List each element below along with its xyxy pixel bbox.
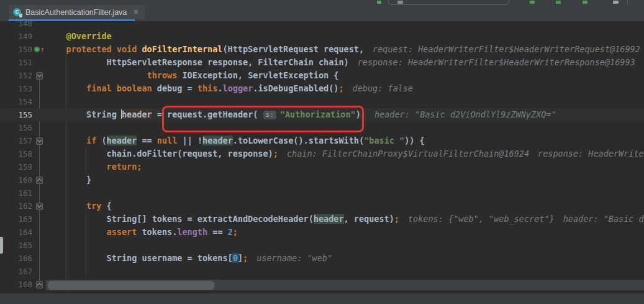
debug-inline-value: response: HeaderWriterFilter$HeaderWrite… xyxy=(358,57,635,67)
line-number[interactable]: 159 xyxy=(0,160,32,173)
debug-icon[interactable] xyxy=(397,1,403,4)
toolbar-separator xyxy=(627,0,628,5)
code-line: 160 } xyxy=(0,173,644,187)
gutter[interactable]: 156 xyxy=(0,121,46,134)
line-number[interactable]: 166 xyxy=(0,252,32,265)
code-text: final boolean debug = this.logger.isDebu… xyxy=(46,82,413,95)
code-line: 163 String[] tokens = extractAndDecodeHe… xyxy=(0,213,644,226)
gutter[interactable]: 152 xyxy=(0,69,46,82)
code-text: @Override xyxy=(46,30,112,43)
line-number[interactable]: 149 xyxy=(0,30,32,43)
run-icon[interactable] xyxy=(583,1,587,4)
build-icon[interactable] xyxy=(377,1,381,4)
code-text: assert tokens.length == 2; xyxy=(46,226,238,239)
code-text: String[] tokens = extractAndDecodeHeader… xyxy=(46,213,644,226)
readonly-lock-icon xyxy=(19,14,22,17)
code-line: 158 chain.doFilter(request, response);ch… xyxy=(0,147,644,160)
horizontal-scrollbar-thumb[interactable] xyxy=(47,280,215,290)
gutter[interactable]: 166 xyxy=(0,252,46,265)
code-line: 165 xyxy=(0,239,644,252)
line-number[interactable]: 155 xyxy=(0,108,32,121)
close-icon[interactable]: ✕ xyxy=(133,9,138,16)
line-number[interactable]: 152 xyxy=(0,69,32,82)
fold-marker[interactable] xyxy=(36,177,43,184)
gutter[interactable]: 158 xyxy=(0,147,46,160)
run-configuration-combo[interactable] xyxy=(388,0,509,5)
gutter[interactable]: 159 xyxy=(0,160,46,173)
line-number[interactable]: 168 xyxy=(0,278,32,291)
line-number[interactable]: 160 xyxy=(0,173,32,187)
gutter[interactable]: 167 xyxy=(0,265,46,278)
fold-marker[interactable] xyxy=(36,72,43,80)
debug-inline-value: request: HeaderWriterFilter$HeaderWriter… xyxy=(373,44,640,54)
code-line: 152 throws IOException, ServletException… xyxy=(0,69,644,82)
code-line: 159 return; xyxy=(0,160,644,173)
code-line: 167 xyxy=(0,265,644,278)
gutter[interactable]: 153 xyxy=(0,82,46,95)
line-number[interactable]: 165 xyxy=(0,239,32,252)
code-line: 161 xyxy=(0,187,644,200)
gutter[interactable]: 154 xyxy=(0,95,46,108)
code-line: 149 @Override xyxy=(0,30,644,43)
code-text: try { xyxy=(46,200,112,213)
overriding-method-icon[interactable]: ↑ xyxy=(34,47,45,52)
line-number[interactable]: 164 xyxy=(0,226,32,239)
code-text: HttpServletResponse response, FilterChai… xyxy=(46,56,644,69)
toolbar-icon[interactable] xyxy=(613,1,619,4)
code-lines: 148149 @Override150↑ protected void doFi… xyxy=(0,21,644,291)
line-number[interactable]: 156 xyxy=(0,121,32,134)
code-text: chain.doFilter(request, response);chain:… xyxy=(46,147,644,160)
tab-basicauthenticationfilter[interactable]: C BasicAuthenticationFilter.java ✕ xyxy=(9,5,145,19)
line-number[interactable]: 151 xyxy=(0,56,32,69)
line-number[interactable]: 162 xyxy=(0,200,32,213)
code-text: } xyxy=(46,173,91,187)
code-text: if (header == null || !header.toLowerCas… xyxy=(46,134,425,147)
line-number[interactable]: 157 xyxy=(0,134,32,147)
run-icon[interactable] xyxy=(530,1,535,4)
line-number[interactable]: 150 xyxy=(0,43,32,56)
fold-marker[interactable] xyxy=(36,203,43,210)
code-line: 148 xyxy=(0,21,644,30)
code-text: throws IOException, ServletException { xyxy=(46,69,338,82)
code-text: return; xyxy=(46,160,142,173)
gutter[interactable]: 163 xyxy=(0,213,46,226)
fold-marker[interactable] xyxy=(36,137,43,145)
gutter[interactable]: 155 xyxy=(0,108,46,121)
gutter[interactable]: 150↑ xyxy=(0,43,46,56)
line-number[interactable]: 154 xyxy=(0,95,32,108)
debug-inline-value: debug: false xyxy=(353,83,414,93)
debug-inline-value: username: "web" xyxy=(256,253,332,263)
main-toolbar xyxy=(0,0,644,5)
code-line: 153 final boolean debug = this.logger.is… xyxy=(0,82,644,95)
gutter[interactable]: 148 xyxy=(0,21,46,30)
code-line: 162 try { xyxy=(0,200,644,213)
status-bar xyxy=(0,293,644,304)
code-text: String username = tokens[0];username: "w… xyxy=(46,252,332,265)
gutter[interactable]: 162 xyxy=(0,200,46,213)
gutter[interactable]: 149 xyxy=(0,30,46,43)
gutter[interactable]: 157 xyxy=(0,134,46,147)
line-number[interactable]: 161 xyxy=(0,187,32,200)
code-editor[interactable]: 148149 @Override150↑ protected void doFi… xyxy=(0,21,644,293)
fold-marker[interactable] xyxy=(36,281,43,288)
line-number[interactable]: 163 xyxy=(0,213,32,226)
code-line: 166 String username = tokens[0];username… xyxy=(0,252,644,265)
gutter[interactable]: 161 xyxy=(0,187,46,200)
gutter[interactable]: 151 xyxy=(0,56,46,69)
line-number[interactable]: 148 xyxy=(0,21,32,30)
highlight-box xyxy=(162,106,364,132)
line-number[interactable]: 158 xyxy=(0,147,32,160)
gutter[interactable]: 165 xyxy=(0,239,46,252)
code-line: 164 assert tokens.length == 2; xyxy=(0,226,644,239)
code-line: 150↑ protected void doFilterInternal(Htt… xyxy=(0,43,644,56)
gutter[interactable]: 164 xyxy=(0,226,46,239)
debug-inline-value: header: "Basic d2ViOndlYl9zZWNyZXQ=" xyxy=(563,214,644,224)
gutter[interactable]: 160 xyxy=(0,173,46,187)
run-icon[interactable] xyxy=(556,1,561,4)
debug-inline-value: header: "Basic d2ViOndlYl9zZWNyZXQ=" xyxy=(374,109,556,119)
line-number[interactable]: 153 xyxy=(0,82,32,95)
edge-marker xyxy=(0,237,3,254)
line-number[interactable]: 167 xyxy=(0,265,32,278)
gutter[interactable]: 168 xyxy=(0,278,46,291)
debug-inline-value: tokens: {"web", "web_secret"} xyxy=(408,214,555,224)
